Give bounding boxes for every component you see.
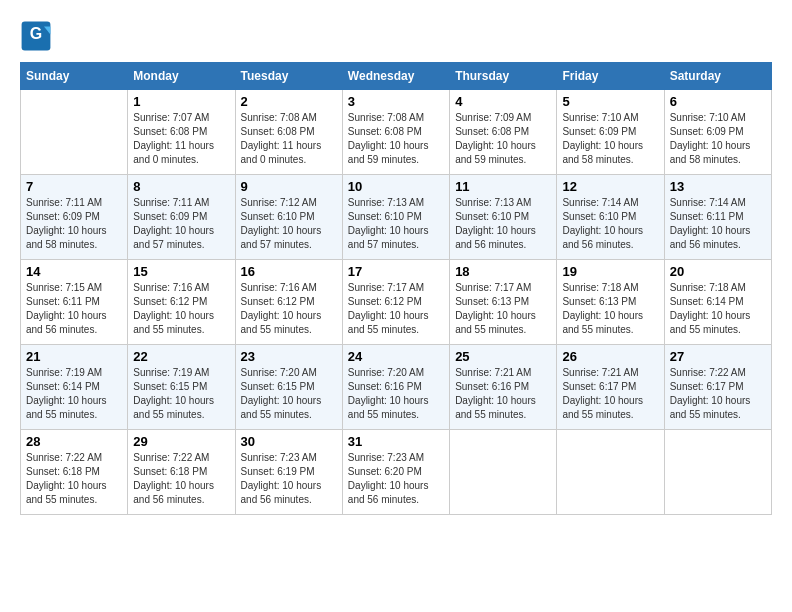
calendar-cell: 18Sunrise: 7:17 AM Sunset: 6:13 PM Dayli… (450, 260, 557, 345)
day-number: 5 (562, 94, 658, 109)
day-number: 19 (562, 264, 658, 279)
calendar-cell: 6Sunrise: 7:10 AM Sunset: 6:09 PM Daylig… (664, 90, 771, 175)
day-info: Sunrise: 7:20 AM Sunset: 6:16 PM Dayligh… (348, 366, 444, 422)
calendar-cell: 5Sunrise: 7:10 AM Sunset: 6:09 PM Daylig… (557, 90, 664, 175)
calendar-cell (664, 430, 771, 515)
day-number: 2 (241, 94, 337, 109)
day-number: 10 (348, 179, 444, 194)
day-info: Sunrise: 7:22 AM Sunset: 6:18 PM Dayligh… (133, 451, 229, 507)
header-monday: Monday (128, 63, 235, 90)
day-number: 23 (241, 349, 337, 364)
day-info: Sunrise: 7:18 AM Sunset: 6:14 PM Dayligh… (670, 281, 766, 337)
header-sunday: Sunday (21, 63, 128, 90)
day-info: Sunrise: 7:20 AM Sunset: 6:15 PM Dayligh… (241, 366, 337, 422)
calendar-cell (450, 430, 557, 515)
day-info: Sunrise: 7:13 AM Sunset: 6:10 PM Dayligh… (348, 196, 444, 252)
calendar-cell: 24Sunrise: 7:20 AM Sunset: 6:16 PM Dayli… (342, 345, 449, 430)
calendar-cell: 17Sunrise: 7:17 AM Sunset: 6:12 PM Dayli… (342, 260, 449, 345)
calendar-cell: 31Sunrise: 7:23 AM Sunset: 6:20 PM Dayli… (342, 430, 449, 515)
week-row-3: 14Sunrise: 7:15 AM Sunset: 6:11 PM Dayli… (21, 260, 772, 345)
day-number: 18 (455, 264, 551, 279)
calendar-cell: 28Sunrise: 7:22 AM Sunset: 6:18 PM Dayli… (21, 430, 128, 515)
calendar-cell: 4Sunrise: 7:09 AM Sunset: 6:08 PM Daylig… (450, 90, 557, 175)
calendar-cell (557, 430, 664, 515)
calendar-table: SundayMondayTuesdayWednesdayThursdayFrid… (20, 62, 772, 515)
day-info: Sunrise: 7:17 AM Sunset: 6:13 PM Dayligh… (455, 281, 551, 337)
day-number: 1 (133, 94, 229, 109)
svg-text:G: G (30, 25, 42, 42)
page-header: G (20, 20, 772, 52)
week-row-5: 28Sunrise: 7:22 AM Sunset: 6:18 PM Dayli… (21, 430, 772, 515)
day-info: Sunrise: 7:10 AM Sunset: 6:09 PM Dayligh… (562, 111, 658, 167)
day-number: 14 (26, 264, 122, 279)
calendar-cell: 21Sunrise: 7:19 AM Sunset: 6:14 PM Dayli… (21, 345, 128, 430)
day-info: Sunrise: 7:12 AM Sunset: 6:10 PM Dayligh… (241, 196, 337, 252)
calendar-cell: 7Sunrise: 7:11 AM Sunset: 6:09 PM Daylig… (21, 175, 128, 260)
day-info: Sunrise: 7:14 AM Sunset: 6:11 PM Dayligh… (670, 196, 766, 252)
calendar-cell: 25Sunrise: 7:21 AM Sunset: 6:16 PM Dayli… (450, 345, 557, 430)
day-info: Sunrise: 7:16 AM Sunset: 6:12 PM Dayligh… (241, 281, 337, 337)
day-number: 6 (670, 94, 766, 109)
day-number: 3 (348, 94, 444, 109)
week-row-1: 1Sunrise: 7:07 AM Sunset: 6:08 PM Daylig… (21, 90, 772, 175)
calendar-cell: 16Sunrise: 7:16 AM Sunset: 6:12 PM Dayli… (235, 260, 342, 345)
day-info: Sunrise: 7:11 AM Sunset: 6:09 PM Dayligh… (133, 196, 229, 252)
logo-icon: G (20, 20, 52, 52)
calendar-cell: 1Sunrise: 7:07 AM Sunset: 6:08 PM Daylig… (128, 90, 235, 175)
calendar-cell: 23Sunrise: 7:20 AM Sunset: 6:15 PM Dayli… (235, 345, 342, 430)
week-row-2: 7Sunrise: 7:11 AM Sunset: 6:09 PM Daylig… (21, 175, 772, 260)
day-number: 17 (348, 264, 444, 279)
day-info: Sunrise: 7:08 AM Sunset: 6:08 PM Dayligh… (348, 111, 444, 167)
header-tuesday: Tuesday (235, 63, 342, 90)
calendar-cell: 10Sunrise: 7:13 AM Sunset: 6:10 PM Dayli… (342, 175, 449, 260)
day-number: 8 (133, 179, 229, 194)
day-info: Sunrise: 7:21 AM Sunset: 6:17 PM Dayligh… (562, 366, 658, 422)
day-number: 30 (241, 434, 337, 449)
day-info: Sunrise: 7:23 AM Sunset: 6:19 PM Dayligh… (241, 451, 337, 507)
calendar-header-row: SundayMondayTuesdayWednesdayThursdayFrid… (21, 63, 772, 90)
calendar-cell: 20Sunrise: 7:18 AM Sunset: 6:14 PM Dayli… (664, 260, 771, 345)
week-row-4: 21Sunrise: 7:19 AM Sunset: 6:14 PM Dayli… (21, 345, 772, 430)
day-number: 24 (348, 349, 444, 364)
day-info: Sunrise: 7:13 AM Sunset: 6:10 PM Dayligh… (455, 196, 551, 252)
day-info: Sunrise: 7:15 AM Sunset: 6:11 PM Dayligh… (26, 281, 122, 337)
day-info: Sunrise: 7:07 AM Sunset: 6:08 PM Dayligh… (133, 111, 229, 167)
day-number: 9 (241, 179, 337, 194)
day-number: 25 (455, 349, 551, 364)
calendar-cell: 19Sunrise: 7:18 AM Sunset: 6:13 PM Dayli… (557, 260, 664, 345)
calendar-cell: 13Sunrise: 7:14 AM Sunset: 6:11 PM Dayli… (664, 175, 771, 260)
day-info: Sunrise: 7:16 AM Sunset: 6:12 PM Dayligh… (133, 281, 229, 337)
day-number: 7 (26, 179, 122, 194)
day-info: Sunrise: 7:22 AM Sunset: 6:17 PM Dayligh… (670, 366, 766, 422)
day-number: 21 (26, 349, 122, 364)
calendar-cell: 2Sunrise: 7:08 AM Sunset: 6:08 PM Daylig… (235, 90, 342, 175)
calendar-cell (21, 90, 128, 175)
day-info: Sunrise: 7:09 AM Sunset: 6:08 PM Dayligh… (455, 111, 551, 167)
header-saturday: Saturday (664, 63, 771, 90)
day-info: Sunrise: 7:11 AM Sunset: 6:09 PM Dayligh… (26, 196, 122, 252)
day-info: Sunrise: 7:19 AM Sunset: 6:15 PM Dayligh… (133, 366, 229, 422)
day-number: 13 (670, 179, 766, 194)
day-number: 31 (348, 434, 444, 449)
day-number: 22 (133, 349, 229, 364)
day-number: 29 (133, 434, 229, 449)
day-number: 15 (133, 264, 229, 279)
day-number: 26 (562, 349, 658, 364)
day-info: Sunrise: 7:17 AM Sunset: 6:12 PM Dayligh… (348, 281, 444, 337)
day-info: Sunrise: 7:14 AM Sunset: 6:10 PM Dayligh… (562, 196, 658, 252)
day-info: Sunrise: 7:21 AM Sunset: 6:16 PM Dayligh… (455, 366, 551, 422)
calendar-cell: 12Sunrise: 7:14 AM Sunset: 6:10 PM Dayli… (557, 175, 664, 260)
day-number: 28 (26, 434, 122, 449)
calendar-cell: 22Sunrise: 7:19 AM Sunset: 6:15 PM Dayli… (128, 345, 235, 430)
calendar-cell: 27Sunrise: 7:22 AM Sunset: 6:17 PM Dayli… (664, 345, 771, 430)
calendar-cell: 9Sunrise: 7:12 AM Sunset: 6:10 PM Daylig… (235, 175, 342, 260)
day-number: 12 (562, 179, 658, 194)
day-info: Sunrise: 7:19 AM Sunset: 6:14 PM Dayligh… (26, 366, 122, 422)
calendar-cell: 15Sunrise: 7:16 AM Sunset: 6:12 PM Dayli… (128, 260, 235, 345)
day-number: 16 (241, 264, 337, 279)
calendar-cell: 26Sunrise: 7:21 AM Sunset: 6:17 PM Dayli… (557, 345, 664, 430)
calendar-cell: 30Sunrise: 7:23 AM Sunset: 6:19 PM Dayli… (235, 430, 342, 515)
calendar-cell: 3Sunrise: 7:08 AM Sunset: 6:08 PM Daylig… (342, 90, 449, 175)
header-friday: Friday (557, 63, 664, 90)
day-number: 11 (455, 179, 551, 194)
